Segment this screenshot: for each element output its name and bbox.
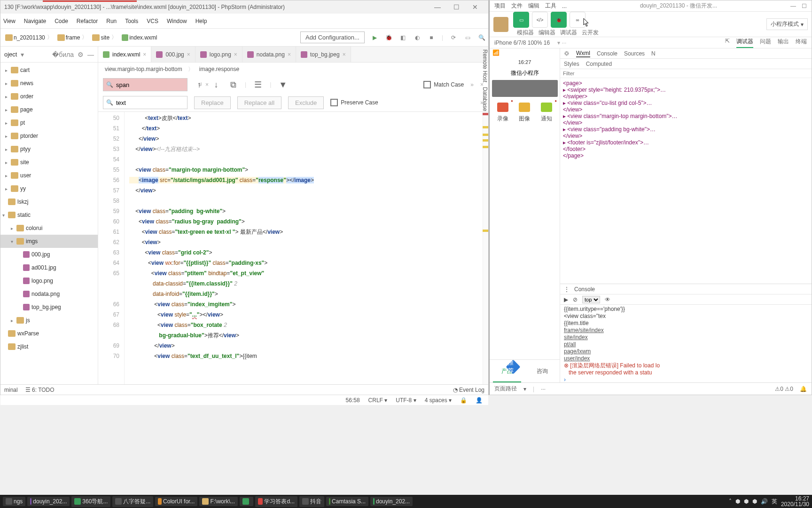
- project-toolwindow-header[interactable]: oject ▾ �била ⚙ —: [0, 47, 98, 63]
- preserve-case-check[interactable]: Preserve Case: [330, 99, 378, 106]
- task-item[interactable]: 360导航...: [71, 496, 110, 507]
- system-tray[interactable]: ˄ ⬢ ⬢ ⬢ 🔊 英 16:27 2020/11/30: [729, 496, 809, 507]
- exclude-button[interactable]: Exclude: [288, 96, 324, 109]
- minimize-icon[interactable]: —: [428, 3, 447, 11]
- tree-file-000jpg[interactable]: 000.jpg: [0, 248, 98, 261]
- replace-input[interactable]: 🔍 ×: [103, 96, 187, 109]
- indent[interactable]: 4 spaces ▾: [425, 397, 452, 404]
- devtab-output[interactable]: 输出: [778, 38, 789, 48]
- avatar[interactable]: [493, 17, 508, 32]
- task-item[interactable]: ColorUI for...: [155, 497, 197, 506]
- breadcrumb-frame[interactable]: frame〉: [55, 33, 91, 41]
- sound-icon[interactable]: 🔊: [761, 498, 768, 505]
- wx-menu-file[interactable]: 文件: [511, 2, 523, 10]
- task-item[interactable]: 八字答疑...: [112, 496, 153, 507]
- tree-folder-js[interactable]: ▸js: [0, 314, 98, 327]
- close-icon[interactable]: ×: [234, 51, 237, 58]
- menu-tools[interactable]: Tools: [125, 18, 138, 24]
- tree-folder-cart[interactable]: ▸cart: [0, 64, 98, 77]
- line-separator[interactable]: CRLF ▾: [368, 397, 388, 404]
- insp-tab-sources[interactable]: Sources: [624, 50, 645, 57]
- tray-icon[interactable]: ⬢: [744, 498, 749, 505]
- encoding[interactable]: UTF-8 ▾: [396, 397, 416, 404]
- insp-sub-styles[interactable]: Styles: [564, 61, 579, 67]
- inspector-icon[interactable]: 👤: [476, 397, 483, 404]
- match-case-check[interactable]: Match Case: [423, 81, 464, 88]
- taskbar-clock[interactable]: 16:27 2020/11/30: [781, 496, 809, 507]
- tab-000jpg[interactable]: 000.jpg×: [151, 47, 195, 62]
- tree-folder-pt[interactable]: ▸pt: [0, 116, 98, 129]
- device-select[interactable]: iPhone 6/7/8 100% 16: [494, 40, 550, 46]
- run-icon[interactable]: ▶: [371, 34, 379, 41]
- code-editor[interactable]: 5051525354555657585960616263646566676869…: [98, 112, 488, 384]
- phone-tab-consult[interactable]: 咨询: [525, 360, 560, 382]
- console-play-icon[interactable]: ▶: [564, 296, 568, 303]
- tree-folder-colorui[interactable]: ▸colorui: [0, 222, 98, 235]
- tray-icon[interactable]: ⬢: [735, 498, 740, 505]
- tab-logopng[interactable]: logo.png×: [195, 47, 242, 62]
- tree-folder-lskzj[interactable]: lskzj: [0, 195, 98, 208]
- replace-button[interactable]: Replace: [194, 96, 231, 109]
- close-icon[interactable]: ×: [288, 51, 291, 58]
- tab-nodatapng[interactable]: nodata.png×: [242, 47, 296, 62]
- add-selection-icon[interactable]: ☰: [253, 79, 263, 90]
- close-icon[interactable]: ✕: [466, 3, 484, 11]
- warnings[interactable]: ⚠0 ⚠0: [775, 386, 793, 392]
- filter-icon[interactable]: ▼: [278, 80, 288, 90]
- breadcrumb-file[interactable]: index.wxml: [120, 34, 159, 41]
- phone-icon-notify[interactable]: ● 通知: [541, 103, 552, 123]
- tree-folder-zjlist[interactable]: zjlist: [0, 340, 98, 353]
- tree-folder-user[interactable]: ▸user: [0, 169, 98, 182]
- tree-folder-wxparse[interactable]: wxParse: [0, 327, 98, 340]
- task-item[interactable]: 学习答表d...: [255, 496, 297, 507]
- insp-sub-computed[interactable]: Computed: [586, 61, 612, 67]
- add-configuration-button[interactable]: Add Configuration...: [300, 32, 365, 43]
- clear-icon[interactable]: ×: [205, 81, 209, 88]
- task-item[interactable]: 抖音: [299, 496, 324, 507]
- breadcrumb-site[interactable]: site〉: [90, 33, 120, 41]
- tree-folder-ptyy[interactable]: ▸ptyy: [0, 143, 98, 156]
- bell-icon[interactable]: 🔔: [800, 386, 807, 392]
- insp-tab-wxml[interactable]: Wxml: [576, 50, 590, 57]
- database-toolwindow[interactable]: Database: [479, 87, 488, 111]
- update-icon[interactable]: ⟳: [450, 34, 457, 41]
- tree-folder-site[interactable]: ▸site: [0, 156, 98, 169]
- editor-breadcrumbs[interactable]: view.margin-top.margin-bottom 〉 image.re…: [98, 63, 488, 76]
- menu-run[interactable]: Run: [106, 18, 117, 24]
- editor-button[interactable]: </>: [532, 12, 548, 28]
- bc-view[interactable]: view.margin-top.margin-bottom: [105, 66, 182, 72]
- collapse-icon[interactable]: —: [87, 51, 94, 58]
- tray-up-icon[interactable]: ˄: [729, 498, 732, 505]
- right-toolbar[interactable]: Remote Host Database: [479, 48, 488, 111]
- console-scope-select[interactable]: top: [582, 296, 600, 303]
- close-icon[interactable]: ×: [343, 51, 346, 58]
- tree-folder-news[interactable]: ▸news: [0, 77, 98, 90]
- console-menu-icon[interactable]: ⋮: [564, 286, 570, 293]
- close-icon[interactable]: ×: [143, 51, 146, 58]
- tree-file-nodatapng[interactable]: nodata.png: [0, 287, 98, 301]
- phone-tab-product[interactable]: 产品 推荐: [490, 360, 525, 382]
- wx-menu-tools[interactable]: 工具: [545, 2, 556, 10]
- tree-folder-yy[interactable]: ▸yy: [0, 182, 98, 195]
- event-log[interactable]: ◔ Event Log: [453, 387, 484, 393]
- task-item[interactable]: F:\work\...: [199, 497, 238, 506]
- lock-icon[interactable]: 🔒: [460, 397, 467, 404]
- style-filter-input[interactable]: [563, 71, 601, 76]
- phone-banner[interactable]: [492, 80, 558, 97]
- menu-vcs[interactable]: VCS: [147, 18, 158, 24]
- breadcrumb-root[interactable]: n_20201130〉: [3, 33, 55, 41]
- menu-refactor[interactable]: Refactor: [77, 18, 98, 24]
- minimize-icon[interactable]: —: [790, 3, 796, 9]
- tree-folder-ptorder[interactable]: ▸ptorder: [0, 129, 98, 143]
- element-picker-icon[interactable]: ⯐: [564, 50, 570, 57]
- error-stripe[interactable]: [483, 112, 488, 384]
- windows-taskbar[interactable]: ngs douyin_202... 360导航... 八字答疑... Color…: [0, 495, 812, 508]
- stop-icon[interactable]: ■: [428, 34, 435, 41]
- find-input[interactable]: 🔍 ↲ ×: [103, 78, 187, 91]
- task-item[interactable]: [240, 497, 253, 506]
- debugger-button[interactable]: 🐞: [551, 12, 567, 28]
- gear-icon[interactable]: ⚙: [78, 51, 84, 58]
- replace-field[interactable]: [116, 99, 195, 106]
- menu-code[interactable]: Code: [55, 18, 68, 24]
- eye-icon[interactable]: 👁: [605, 296, 610, 303]
